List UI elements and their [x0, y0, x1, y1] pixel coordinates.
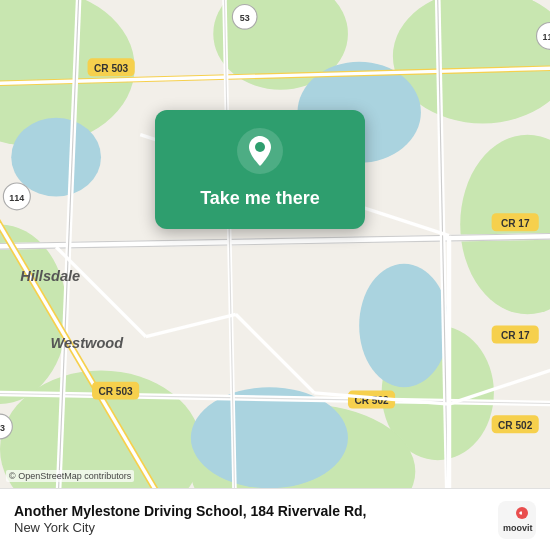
take-me-there-button[interactable]: Take me there — [192, 184, 328, 213]
map-attribution: © OpenStreetMap contributors — [6, 470, 134, 482]
svg-text:CR 17: CR 17 — [501, 330, 530, 341]
svg-rect-59 — [498, 501, 536, 539]
svg-text:CR 503: CR 503 — [98, 386, 133, 397]
moovit-icon: moovit — [498, 501, 536, 539]
map-background: CR 503 53 110 114 CR 17 CR 17 CR 502 CR … — [0, 0, 550, 550]
svg-point-10 — [359, 264, 449, 387]
svg-text:moovit: moovit — [503, 523, 533, 533]
svg-text:Westwood: Westwood — [51, 335, 125, 351]
svg-text:114: 114 — [9, 193, 24, 203]
take-me-there-card: Take me there — [155, 110, 365, 229]
bottom-bar: Another Mylestone Driving School, 184 Ri… — [0, 488, 550, 550]
location-pin-icon — [237, 128, 283, 174]
svg-point-12 — [11, 118, 101, 197]
svg-text:Hillsdale: Hillsdale — [20, 268, 80, 284]
location-name: Another Mylestone Driving School, 184 Ri… — [14, 502, 488, 520]
location-info: Another Mylestone Driving School, 184 Ri… — [14, 502, 488, 537]
map-container: CR 503 53 110 114 CR 17 CR 17 CR 502 CR … — [0, 0, 550, 550]
moovit-logo: moovit — [498, 501, 536, 539]
svg-text:CR 503: CR 503 — [94, 63, 129, 74]
svg-text:CR 502: CR 502 — [498, 420, 533, 431]
svg-point-11 — [191, 387, 348, 488]
svg-text:13: 13 — [0, 423, 5, 433]
svg-text:110: 110 — [543, 32, 550, 42]
svg-text:53: 53 — [240, 13, 250, 23]
svg-text:CR 17: CR 17 — [501, 218, 530, 229]
location-city: New York City — [14, 520, 488, 537]
svg-point-58 — [255, 142, 265, 152]
